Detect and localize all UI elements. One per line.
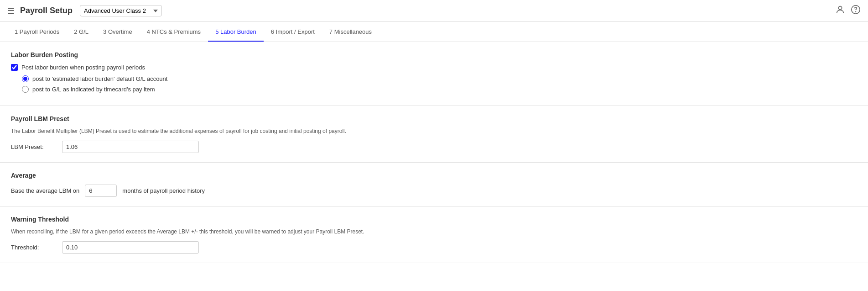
lbm-preset-label: LBM Preset:	[11, 143, 57, 150]
threshold-row: Threshold:	[11, 241, 857, 254]
radio-timecard-pay-item[interactable]	[22, 86, 29, 93]
app-header: ☰ Payroll Setup Advanced User Class 2	[0, 0, 868, 22]
radio-estimated-label[interactable]: post to 'estimated labor burden' default…	[32, 75, 167, 82]
average-lbm-row: Base the average LBM on months of payrol…	[11, 185, 857, 197]
help-icon[interactable]	[851, 5, 861, 17]
warning-threshold-description: When reconciling, if the LBM for a given…	[11, 228, 857, 235]
page-title: Payroll Setup	[20, 6, 73, 16]
tab-import-export[interactable]: 6 Import / Export	[264, 23, 322, 42]
average-suffix-text: months of payroll period history	[122, 187, 205, 194]
tab-gl[interactable]: 2 G/L	[67, 23, 96, 42]
radio-estimated-row: post to 'estimated labor burden' default…	[22, 75, 857, 82]
average-section: Average Base the average LBM on months o…	[0, 163, 868, 206]
post-labor-burden-checkbox[interactable]	[11, 64, 18, 71]
tab-payroll-periods[interactable]: 1 Payroll Periods	[7, 23, 67, 42]
payroll-lbm-preset-description: The Labor Benefit Multiplier (LBM) Prese…	[11, 128, 857, 134]
main-content: Labor Burden Posting Post labor burden w…	[0, 42, 868, 263]
svg-point-0	[838, 6, 842, 10]
post-labor-burden-row: Post labor burden when posting payroll p…	[11, 64, 857, 71]
nav-tabs: 1 Payroll Periods 2 G/L 3 Overtime 4 NTC…	[0, 22, 868, 42]
user-class-dropdown[interactable]: Advanced User Class 2	[80, 5, 162, 16]
labor-burden-posting-section: Labor Burden Posting Post labor burden w…	[0, 42, 868, 106]
radio-estimated-labor-burden[interactable]	[22, 75, 29, 82]
payroll-lbm-preset-title: Payroll LBM Preset	[11, 115, 857, 122]
header-right-icons	[835, 5, 861, 17]
threshold-label: Threshold:	[11, 244, 57, 251]
radio-timecard-label[interactable]: post to G/L as indicated by timecard's p…	[32, 86, 155, 93]
lbm-preset-row: LBM Preset:	[11, 141, 857, 153]
tab-miscellaneous[interactable]: 7 Miscellaneous	[322, 23, 379, 42]
user-icon[interactable]	[835, 5, 845, 17]
tab-ntcs-premiums[interactable]: 4 NTCs & Premiums	[140, 23, 208, 42]
labor-burden-posting-title: Labor Burden Posting	[11, 51, 857, 58]
payroll-lbm-preset-section: Payroll LBM Preset The Labor Benefit Mul…	[0, 106, 868, 163]
average-title: Average	[11, 172, 857, 179]
lbm-preset-input[interactable]	[62, 141, 199, 153]
svg-point-2	[856, 11, 856, 12]
tab-overtime[interactable]: 3 Overtime	[96, 23, 140, 42]
post-labor-burden-label[interactable]: Post labor burden when posting payroll p…	[21, 64, 145, 71]
warning-threshold-section: Warning Threshold When reconciling, if t…	[0, 206, 868, 263]
menu-icon[interactable]: ☰	[7, 6, 15, 16]
average-prefix-text: Base the average LBM on	[11, 187, 79, 194]
warning-threshold-title: Warning Threshold	[11, 216, 857, 223]
average-months-input[interactable]	[85, 185, 117, 197]
tab-labor-burden[interactable]: 5 Labor Burden	[208, 23, 264, 42]
radio-timecard-row: post to G/L as indicated by timecard's p…	[22, 86, 857, 93]
threshold-input[interactable]	[62, 241, 199, 254]
